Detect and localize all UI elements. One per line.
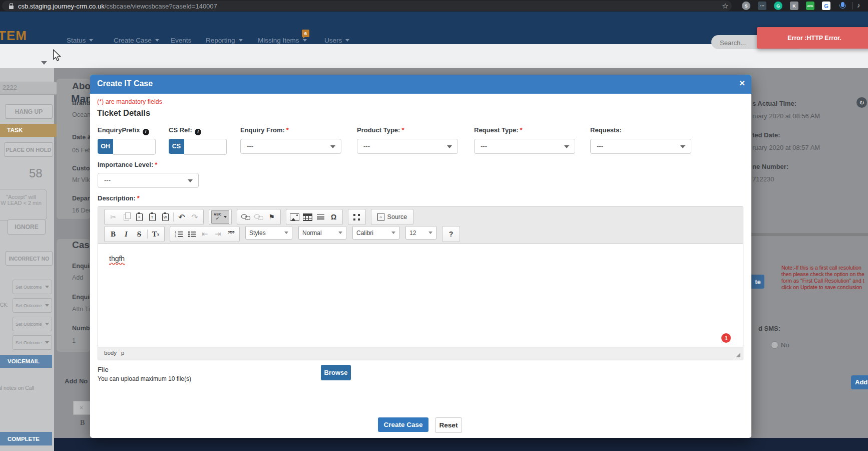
file-hint: You can upload maximum 10 file(s) (98, 375, 191, 382)
created-date-label: ted Date: (752, 131, 780, 139)
first-call-note: Note:-If this is a first call resolution… (781, 265, 868, 291)
paste-word-icon[interactable]: W (159, 211, 172, 223)
ordered-list-icon[interactable]: 123 (172, 228, 185, 240)
product-type-label: Product Type:* (357, 126, 404, 134)
extension-k-icon[interactable]: K (790, 2, 798, 10)
redo-icon[interactable]: ↷ (188, 211, 201, 223)
nav-events[interactable]: Events (171, 37, 191, 44)
nav-users[interactable]: Users (324, 37, 349, 44)
media-list-icon[interactable]: ♪ (857, 2, 860, 9)
complete-button: COMPLETE (0, 432, 52, 445)
maximize-icon[interactable] (350, 211, 363, 223)
editor-content[interactable]: thgfh 1 (98, 244, 743, 347)
create-case-button[interactable]: Create Case (378, 417, 428, 432)
extension-grammarly-icon[interactable]: G (774, 2, 782, 10)
styles-select[interactable]: Styles (245, 226, 292, 240)
indent-icon[interactable]: ⇥ (211, 228, 224, 240)
editor-text: thgfh (109, 255, 125, 263)
paragraph-format-select[interactable]: Normal (298, 226, 346, 240)
update-button-fragment: te (751, 275, 764, 289)
italic-icon[interactable]: I (120, 228, 133, 240)
requests-select[interactable]: --- (590, 139, 691, 154)
bulleted-list-icon[interactable] (185, 228, 198, 240)
enquiry-prefix-input[interactable] (113, 139, 156, 155)
reset-button[interactable]: Reset (435, 417, 462, 433)
anchor-icon[interactable]: ⚑ (265, 211, 278, 223)
cut-icon[interactable]: ✂ (107, 211, 120, 223)
product-type-select[interactable]: --- (357, 139, 458, 154)
nav-status[interactable]: Status (67, 37, 93, 44)
place-on-hold-button: PLACE ON HOLD (4, 142, 53, 157)
chevron-down-icon (428, 232, 432, 234)
font-name-select[interactable]: Calibri (352, 226, 399, 240)
grammarly-badge[interactable]: 1 (721, 333, 731, 343)
extension-skype-icon[interactable]: S (742, 2, 750, 10)
department-label: Depart (72, 195, 92, 202)
collapse-caret-icon (41, 61, 47, 65)
copy-icon[interactable] (120, 211, 133, 223)
image-icon[interactable] (288, 211, 301, 223)
special-char-icon[interactable]: Ω (327, 211, 340, 223)
add-button-fragment: Add (851, 375, 868, 389)
importance-level-select[interactable]: --- (98, 173, 199, 188)
mini-editor-bold-icon: B (80, 419, 85, 427)
strikethrough-icon[interactable]: S (133, 228, 146, 240)
chevron-down-icon (89, 39, 93, 42)
missing-items-badge: 6 (302, 30, 309, 37)
page-footer-strip (54, 438, 868, 451)
sms-no-label: No (781, 341, 789, 349)
mouse-cursor (52, 49, 62, 62)
request-type-select[interactable]: --- (474, 139, 575, 154)
bookmark-star-icon[interactable]: ☆ (722, 2, 728, 11)
spellcheck-button[interactable]: ABC✓ (211, 210, 229, 224)
modal-title: Create IT Case (97, 79, 153, 88)
chevron-down-icon (345, 39, 349, 42)
about-heading: Abo (72, 81, 91, 92)
enquiry2-value: Attn Ti (72, 306, 90, 313)
info-icon[interactable]: i (143, 129, 149, 135)
cs-ref-input[interactable] (184, 139, 227, 155)
paste-icon[interactable]: ≡ (133, 211, 146, 223)
source-button[interactable]: ‹›Source (373, 211, 411, 223)
enquiry-value: Add (72, 274, 83, 281)
undo-icon[interactable]: ↶ (175, 211, 188, 223)
nav-missing-items[interactable]: Missing Items (258, 37, 307, 44)
description-label: Description:* (98, 194, 140, 202)
font-size-select[interactable]: 12 (405, 226, 437, 240)
outdent-icon[interactable]: ⇤ (198, 228, 211, 240)
help-icon[interactable]: ? (445, 228, 458, 240)
table-icon[interactable] (301, 211, 314, 223)
enquiry-from-select[interactable]: --- (240, 139, 341, 154)
path-p[interactable]: p (121, 350, 124, 356)
remove-format-icon[interactable]: Tx (149, 228, 162, 240)
resize-handle[interactable] (736, 353, 740, 357)
unlink-icon[interactable] (252, 211, 265, 223)
divider (852, 2, 853, 10)
path-body[interactable]: body (104, 350, 117, 356)
blockquote-icon[interactable]: ”” (224, 228, 237, 240)
app-logo: TEM (0, 28, 27, 44)
url-bar[interactable]: csb.staging.journey-crm.co.uk/csbcase/vi… (2, 1, 732, 11)
modal-header: Create IT Case × (90, 75, 751, 94)
paste-text-icon[interactable]: T (146, 211, 159, 223)
notes-on-call-text: al notes on Call (0, 385, 34, 391)
extension-avg-icon[interactable]: AVG (806, 2, 814, 10)
extension-menu-icon[interactable]: ⋯ (758, 2, 766, 10)
horizontal-rule-icon[interactable] (314, 211, 327, 223)
nav-reporting[interactable]: Reporting (206, 37, 243, 44)
nav-create-case[interactable]: Create Case (114, 37, 159, 44)
sms-no-radio (771, 341, 778, 349)
phone-number-label: ne Number: (752, 163, 788, 170)
microphone-icon[interactable] (841, 2, 844, 7)
info-icon[interactable]: i (195, 129, 201, 135)
extension-google-icon[interactable]: G (822, 2, 830, 10)
link-icon[interactable] (239, 211, 252, 223)
bold-icon[interactable]: B (107, 228, 120, 240)
close-icon[interactable]: × (739, 78, 745, 89)
browse-button[interactable]: Browse (321, 365, 351, 380)
set-outcome-select: Set Outcome (13, 280, 52, 294)
file-label: File (98, 366, 109, 373)
department-value: 16 Dec (72, 207, 92, 214)
chevron-down-icon (284, 232, 288, 234)
customer-label: Custo (72, 165, 90, 172)
